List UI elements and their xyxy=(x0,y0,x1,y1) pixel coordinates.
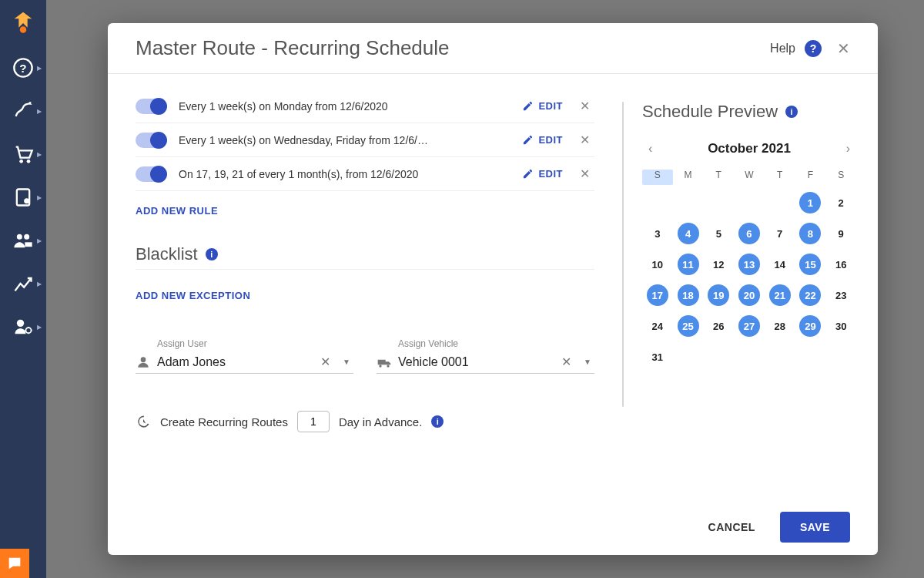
svg-point-14 xyxy=(387,365,389,367)
rule-text: Every 1 week(s) on Wednesday, Friday fro… xyxy=(179,134,510,146)
assign-user-label: Assign User xyxy=(136,338,353,349)
calendar-day[interactable]: 2 xyxy=(825,190,856,216)
preview-heading: Schedule Preview i xyxy=(642,102,856,122)
prev-month-button[interactable]: ‹ xyxy=(642,139,658,159)
sidebar-item-settings[interactable]: ▶ xyxy=(0,305,46,348)
rule-row: Every 1 week(s) on Wednesday, Friday fro… xyxy=(136,123,594,157)
delete-rule-icon[interactable]: ✕ xyxy=(575,166,594,181)
svg-rect-9 xyxy=(25,242,32,247)
calendar-day[interactable]: 19 xyxy=(703,282,734,308)
calendar-day[interactable]: 13 xyxy=(734,251,765,277)
pencil-icon xyxy=(522,168,534,180)
calendar-day[interactable]: 17 xyxy=(642,282,673,308)
calendar-day[interactable]: 26 xyxy=(703,313,734,339)
next-month-button[interactable]: › xyxy=(840,139,856,159)
chevron-down-icon[interactable]: ▼ xyxy=(340,358,353,366)
svg-point-6 xyxy=(24,198,29,203)
info-icon[interactable]: i xyxy=(785,106,798,118)
sidebar-item-routes[interactable]: ▶ xyxy=(0,89,46,133)
svg-text:?: ? xyxy=(19,62,26,75)
calendar-day[interactable]: 4 xyxy=(673,220,704,247)
calendar-day[interactable]: 9 xyxy=(825,220,856,247)
modal-title: Master Route - Recurring Schedule xyxy=(136,36,450,60)
rules-panel: Every 1 week(s) on Monday from 12/6/2020… xyxy=(108,74,622,499)
assign-user-field: Assign User Adam Jones ✕ ▼ xyxy=(136,338,353,374)
rule-text: Every 1 week(s) on Monday from 12/6/2020 xyxy=(179,100,510,113)
svg-point-4 xyxy=(27,160,31,163)
rule-row: Every 1 week(s) on Monday from 12/6/2020… xyxy=(136,89,594,123)
calendar-dow: T xyxy=(703,170,734,185)
rule-row: On 17, 19, 21 of every 1 month(s), from … xyxy=(136,157,594,191)
edit-button[interactable]: EDIT xyxy=(522,168,563,180)
calendar-day[interactable]: 21 xyxy=(765,282,795,308)
modal-footer: CANCEL SAVE xyxy=(108,499,878,555)
close-icon[interactable]: ✕ xyxy=(831,36,856,61)
edit-button[interactable]: EDIT xyxy=(522,134,563,146)
calendar-day[interactable]: 25 xyxy=(673,313,704,339)
calendar-day[interactable]: 8 xyxy=(795,220,826,247)
chevron-down-icon[interactable]: ▼ xyxy=(581,358,594,366)
modal-header: Master Route - Recurring Schedule Help ?… xyxy=(108,23,878,74)
help-link[interactable]: Help xyxy=(770,42,795,55)
pencil-icon xyxy=(522,100,534,112)
calendar-day[interactable]: 20 xyxy=(734,282,765,308)
rule-toggle[interactable] xyxy=(136,166,166,182)
rule-toggle[interactable] xyxy=(136,133,166,148)
rule-text: On 17, 19, 21 of every 1 month(s), from … xyxy=(179,168,510,180)
calendar-day[interactable]: 18 xyxy=(673,282,704,308)
sidebar-item-team[interactable]: ▶ xyxy=(0,219,46,262)
delete-rule-icon[interactable]: ✕ xyxy=(575,133,594,147)
calendar-grid: SMTWTFS123456789101112131415161718192021… xyxy=(642,170,856,370)
rule-toggle[interactable] xyxy=(136,99,166,114)
truck-icon xyxy=(377,355,392,370)
calendar-day[interactable]: 5 xyxy=(703,220,734,247)
recurring-schedule-modal: Master Route - Recurring Schedule Help ?… xyxy=(108,23,878,555)
calendar-dow: T xyxy=(765,170,795,185)
assign-vehicle-dropdown[interactable]: Vehicle 0001 ✕ ▼ xyxy=(377,351,594,374)
pencil-icon xyxy=(522,134,534,146)
sidebar-item-help[interactable]: ? ▶ xyxy=(0,46,46,89)
calendar-day[interactable]: 14 xyxy=(765,251,795,277)
help-icon[interactable]: ? xyxy=(805,40,822,57)
app-sidebar: ? ▶ ▶ ▶ ▶ ▶ ▶ ▶ xyxy=(0,0,46,578)
calendar-day[interactable]: 3 xyxy=(642,220,673,247)
calendar-day[interactable]: 16 xyxy=(825,251,856,277)
calendar-day[interactable]: 27 xyxy=(734,313,765,339)
calendar-day[interactable]: 31 xyxy=(642,344,673,370)
info-icon[interactable]: i xyxy=(206,248,218,260)
calendar-day[interactable]: 22 xyxy=(795,282,826,308)
calendar-day[interactable]: 12 xyxy=(703,251,734,277)
calendar-day[interactable]: 24 xyxy=(642,313,673,339)
clear-user-icon[interactable]: ✕ xyxy=(317,355,333,369)
add-exception-button[interactable]: ADD NEW EXCEPTION xyxy=(136,276,594,315)
calendar-day[interactable]: 28 xyxy=(765,313,795,339)
schedule-preview-panel: Schedule Preview i ‹ October 2021 › SMTW… xyxy=(624,74,878,499)
svg-point-10 xyxy=(17,320,24,327)
calendar-day[interactable]: 23 xyxy=(825,282,856,308)
sidebar-item-addressbook[interactable]: ▶ xyxy=(0,176,46,219)
calendar-dow: F xyxy=(795,170,826,185)
calendar-day[interactable]: 1 xyxy=(795,190,826,216)
save-button[interactable]: SAVE xyxy=(780,512,850,543)
calendar-day[interactable]: 7 xyxy=(765,220,795,247)
add-rule-button[interactable]: ADD NEW RULE xyxy=(136,191,594,230)
cancel-button[interactable]: CANCEL xyxy=(699,513,765,541)
info-icon[interactable]: i xyxy=(431,415,444,428)
chat-fab[interactable] xyxy=(0,549,29,578)
calendar-day[interactable]: 30 xyxy=(825,313,856,339)
calendar-dow: S xyxy=(825,170,856,185)
clear-vehicle-icon[interactable]: ✕ xyxy=(558,355,574,369)
edit-button[interactable]: EDIT xyxy=(522,100,563,112)
sidebar-item-analytics[interactable]: ▶ xyxy=(0,262,46,305)
calendar-day[interactable]: 11 xyxy=(673,251,704,277)
calendar-day[interactable]: 6 xyxy=(734,220,765,247)
sidebar-item-orders[interactable]: ▶ xyxy=(0,133,46,176)
assign-user-dropdown[interactable]: Adam Jones ✕ ▼ xyxy=(136,351,353,374)
calendar-day[interactable]: 15 xyxy=(795,251,826,277)
calendar-day[interactable]: 10 xyxy=(642,251,673,277)
assign-vehicle-field: Assign Vehicle Vehicle 0001 ✕ ▼ xyxy=(377,338,594,374)
calendar-day[interactable]: 29 xyxy=(795,313,826,339)
days-advance-input[interactable] xyxy=(297,411,330,432)
delete-rule-icon[interactable]: ✕ xyxy=(575,99,594,113)
assign-vehicle-label: Assign Vehicle xyxy=(377,338,594,349)
